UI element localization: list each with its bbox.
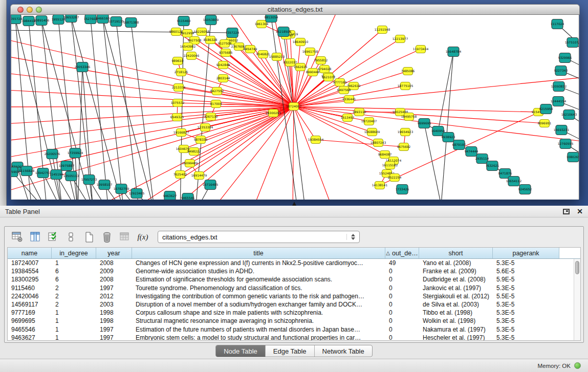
cell-pagerank[interactable]: 5.3E-5	[493, 325, 559, 334]
cell-in_degree[interactable]: 2	[52, 300, 96, 309]
cell-in_degree[interactable]: 2	[52, 284, 96, 292]
cell-name[interactable]: 14569117	[8, 300, 52, 309]
cell-pagerank[interactable]: 5.3E-5	[493, 300, 559, 309]
network-canvas[interactable]: 1872400718300295193845542803144842755291…	[11, 15, 579, 200]
graph-edge[interactable]	[11, 106, 294, 125]
cell-out_degree[interactable]: 0	[385, 284, 419, 292]
tab-edge-table[interactable]: Edge Table	[266, 345, 315, 357]
column-header-name[interactable]: name	[8, 248, 52, 258]
column-header-year[interactable]: year	[96, 248, 132, 258]
cell-in_degree[interactable]: 1	[52, 317, 96, 325]
cell-year[interactable]: 1998	[96, 317, 132, 325]
table-select-icon[interactable]	[47, 231, 59, 243]
cell-short[interactable]: Jankovic et al. (1997)	[419, 284, 493, 292]
function-builder-icon[interactable]: f(x)	[137, 231, 149, 243]
cell-title[interactable]: Estimation of the future numbers of pati…	[132, 325, 385, 334]
rows-icon[interactable]	[65, 231, 77, 243]
cell-short[interactable]: Yano et al. (2008)	[419, 259, 493, 267]
cell-in_degree[interactable]: 1	[52, 325, 96, 334]
network-window[interactable]: citations_edges.txt 18724007183002951938…	[10, 4, 580, 200]
table-row[interactable]: 946362711997Embryonic stem cells: a mode…	[8, 334, 574, 340]
cell-name[interactable]: 9699695	[8, 317, 52, 325]
cell-in_degree[interactable]: 6	[52, 275, 96, 283]
delete-table-icon[interactable]	[101, 231, 113, 243]
cell-name[interactable]: 18300295	[8, 275, 52, 283]
graph-edge[interactable]	[438, 52, 453, 131]
graph-edge[interactable]	[103, 18, 155, 200]
cell-pagerank[interactable]: 5.6E-5	[493, 267, 559, 275]
cell-title[interactable]: Estimation of significance thresholds fo…	[132, 275, 385, 283]
cell-title[interactable]: Tourette syndrome. Phenomenology and cla…	[132, 284, 385, 292]
graph-edge[interactable]	[294, 106, 334, 200]
table-panel-titlebar[interactable]: Table Panel ✕	[0, 206, 588, 217]
cell-year[interactable]: 2008	[96, 259, 132, 267]
cell-year[interactable]: 1998	[96, 309, 132, 317]
graph-edge[interactable]	[11, 71, 294, 106]
tab-network-table[interactable]: Network Table	[315, 345, 372, 357]
cell-title[interactable]: Disruption of a novel member of a sodium…	[132, 300, 385, 309]
cell-in_degree[interactable]: 6	[52, 267, 96, 275]
cell-short[interactable]: Franke et al. (2009)	[419, 267, 493, 275]
cell-short[interactable]: Dudbridge et al. (2008)	[419, 275, 493, 283]
cell-out_degree[interactable]: 0	[385, 309, 419, 317]
cell-year[interactable]: 2009	[96, 267, 132, 275]
cell-pagerank[interactable]: 5.9E-5	[493, 275, 559, 283]
table-row[interactable]: 977716911998Corpus callosum shape and si…	[8, 309, 574, 317]
graph-edge[interactable]	[211, 106, 294, 200]
cell-name[interactable]: 9115460	[8, 284, 52, 292]
cell-title[interactable]: Embryonic stem cells: a model to study s…	[132, 334, 385, 340]
import-table-icon[interactable]	[119, 231, 131, 243]
cell-out_degree[interactable]: 0	[385, 325, 419, 334]
cell-year[interactable]: 2003	[96, 300, 132, 309]
cell-short[interactable]: Wolkin et al. (1998)	[419, 317, 493, 325]
cell-out_degree[interactable]: 0	[385, 317, 419, 325]
cell-pagerank[interactable]: 5.5E-5	[493, 292, 559, 300]
cell-short[interactable]: Nakamura et al. (1997)	[419, 325, 493, 334]
table-options-icon[interactable]	[11, 231, 24, 243]
table-columns-icon[interactable]	[29, 231, 41, 243]
cell-out_degree[interactable]: 0	[385, 292, 419, 300]
new-table-icon[interactable]	[83, 231, 95, 243]
table-row[interactable]: 1872400712008Changes of HCN gene express…	[8, 259, 574, 267]
cell-in_degree[interactable]: 2	[52, 292, 96, 300]
cell-title[interactable]: Changes of HCN gene expression and I(f) …	[132, 259, 385, 267]
column-header-in_degree[interactable]: in_degree	[52, 248, 96, 258]
cell-name[interactable]: 22420046	[8, 292, 52, 300]
cell-short[interactable]: Hescheler et al. (1997)	[419, 334, 493, 340]
table-row[interactable]: 911546021997Tourette syndrome. Phenomeno…	[8, 284, 574, 292]
cell-name[interactable]: 9777169	[8, 309, 52, 317]
scrollbar-thumb[interactable]	[575, 261, 579, 274]
cell-short[interactable]: Tibbo et al. (1998)	[419, 309, 493, 317]
table-row[interactable]: 1830029562008Estimation of significance …	[8, 275, 574, 283]
cell-in_degree[interactable]: 1	[52, 334, 96, 340]
cell-pagerank[interactable]: 5.3E-5	[493, 317, 559, 325]
column-header-title[interactable]: title	[132, 248, 385, 258]
cell-out_degree[interactable]: 0	[385, 334, 419, 340]
cell-year[interactable]: 2008	[96, 275, 132, 283]
cell-year[interactable]: 1997	[96, 284, 132, 292]
cell-out_degree[interactable]: 0	[385, 275, 419, 283]
cell-title[interactable]: Structural magnetic resonance image aver…	[132, 317, 385, 325]
cell-year[interactable]: 1997	[96, 325, 132, 334]
graph-edge[interactable]	[293, 106, 294, 200]
cell-pagerank[interactable]: 5.3E-5	[493, 309, 559, 317]
table-row[interactable]: 1938455462009Genome-wide association stu…	[8, 267, 574, 275]
cell-name[interactable]: 9465546	[8, 325, 52, 334]
cell-name[interactable]: 18724007	[8, 259, 52, 267]
table-row[interactable]: 2242004622012Investigating the contribut…	[8, 292, 574, 300]
cell-pagerank[interactable]: 5.3E-5	[493, 284, 559, 292]
table-row[interactable]: 969969511998Structural magnetic resonanc…	[8, 317, 574, 325]
cell-in_degree[interactable]: 1	[52, 309, 96, 317]
cell-out_degree[interactable]: 0	[385, 267, 419, 275]
column-header-short[interactable]: short	[419, 248, 493, 258]
window-titlebar[interactable]: citations_edges.txt	[10, 4, 580, 15]
column-header-out_degree[interactable]: △out_de…	[385, 248, 419, 258]
column-header-pagerank[interactable]: pagerank	[493, 248, 559, 258]
cell-short[interactable]: de Silva et al. (2003)	[419, 300, 493, 309]
cell-in_degree[interactable]: 1	[52, 259, 96, 267]
graph-edge[interactable]	[191, 56, 294, 106]
cell-title[interactable]: Genome-wide association studies in ADHD.	[132, 267, 385, 275]
cell-title[interactable]: Investigating the contribution of common…	[132, 292, 385, 300]
float-panel-icon[interactable]	[563, 209, 570, 214]
cell-short[interactable]: Stergiakouli et al. (2012)	[419, 292, 493, 300]
